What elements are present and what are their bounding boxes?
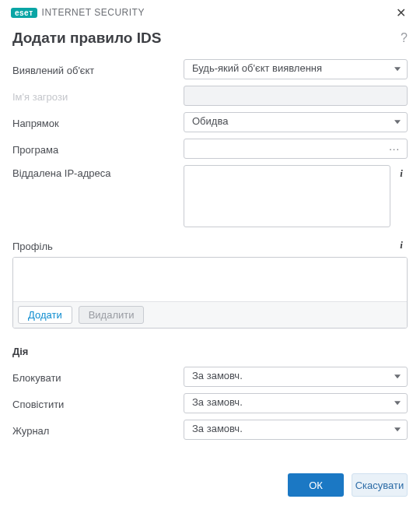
remove-button[interactable]: Видалити [79, 306, 145, 324]
label-remote-ip: Віддалена IP-адреса [12, 165, 184, 179]
profile-list[interactable] [13, 258, 407, 301]
title-bar: eseт INTERNET SECURITY ✕ [0, 0, 420, 23]
select-block[interactable]: За замовч. [184, 367, 408, 387]
select-detected-object-value: Будь-який об'єкт виявлення [192, 62, 322, 74]
input-program[interactable]: ... [184, 139, 408, 159]
select-notify-value: За замовч. [192, 396, 243, 408]
info-icon[interactable]: i [395, 239, 408, 251]
cancel-button[interactable]: Скасувати [352, 473, 408, 497]
dialog-header: Додати правило IDS ? [0, 23, 420, 58]
dialog-title: Додати правило IDS [12, 30, 161, 47]
ok-button[interactable]: ОК [288, 473, 344, 497]
section-action: Дія [12, 346, 408, 357]
browse-button[interactable]: ... [389, 141, 400, 153]
chevron-down-icon [394, 120, 401, 124]
label-threat-name: Ім'я загрози [12, 89, 184, 103]
brand-name: INTERNET SECURITY [42, 7, 145, 18]
form-body: Виявлений об'єкт Будь-який об'єкт виявле… [0, 58, 420, 441]
brand-logo: eseт [11, 8, 37, 18]
profile-panel: Додати Видалити [12, 257, 408, 329]
chevron-down-icon [394, 401, 401, 405]
chevron-down-icon [394, 374, 401, 378]
label-detected-object: Виявлений об'єкт [12, 62, 184, 76]
dialog-footer: ОК Скасувати [0, 464, 420, 506]
info-icon[interactable]: i [395, 165, 408, 180]
brand: eseт INTERNET SECURITY [11, 7, 145, 18]
label-block: Блокувати [12, 370, 184, 384]
select-notify[interactable]: За замовч. [184, 393, 408, 413]
select-detected-object[interactable]: Будь-який об'єкт виявлення [184, 59, 408, 79]
add-button[interactable]: Додати [18, 306, 72, 324]
select-direction-value: Обидва [192, 115, 228, 127]
chevron-down-icon [394, 427, 401, 431]
profile-buttons: Додати Видалити [13, 301, 407, 328]
textarea-remote-ip[interactable] [184, 165, 390, 227]
label-program: Програма [12, 142, 184, 156]
help-icon[interactable]: ? [401, 31, 408, 45]
label-profile: Профіль [12, 238, 53, 252]
label-notify: Сповістити [12, 396, 184, 410]
select-journal[interactable]: За замовч. [184, 420, 408, 440]
close-icon[interactable]: ✕ [393, 4, 409, 22]
select-journal-value: За замовч. [192, 423, 243, 434]
label-journal: Журнал [12, 423, 184, 437]
input-threat-name [184, 86, 408, 106]
label-direction: Напрямок [12, 115, 184, 129]
select-direction[interactable]: Обидва [184, 112, 408, 132]
chevron-down-icon [394, 67, 401, 71]
select-block-value: За замовч. [192, 370, 243, 381]
